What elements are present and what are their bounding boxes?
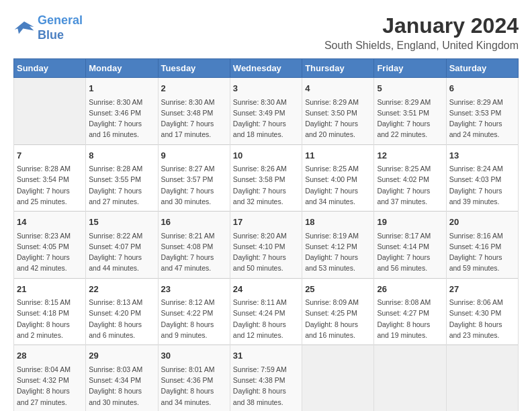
day-info: Sunrise: 8:24 AMSunset: 4:03 PMDaylight:… bbox=[449, 163, 515, 207]
day-number: 4 bbox=[305, 82, 371, 95]
header-cell-thursday: Thursday bbox=[302, 59, 374, 78]
day-cell: 28Sunrise: 8:04 AMSunset: 4:32 PMDayligh… bbox=[14, 345, 86, 411]
logo-line2: Blue bbox=[38, 28, 64, 42]
day-info: Sunrise: 8:20 AMSunset: 4:10 PMDaylight:… bbox=[233, 230, 299, 274]
day-cell: 31Sunrise: 7:59 AMSunset: 4:38 PMDayligh… bbox=[230, 345, 302, 411]
day-number: 17 bbox=[233, 216, 299, 229]
day-number: 24 bbox=[233, 283, 299, 296]
day-info: Sunrise: 8:25 AMSunset: 4:00 PMDaylight:… bbox=[305, 163, 371, 207]
day-info: Sunrise: 8:26 AMSunset: 3:58 PMDaylight:… bbox=[233, 163, 299, 207]
day-cell: 22Sunrise: 8:13 AMSunset: 4:20 PMDayligh… bbox=[86, 278, 158, 345]
day-info: Sunrise: 8:17 AMSunset: 4:14 PMDaylight:… bbox=[377, 230, 443, 274]
day-number: 28 bbox=[17, 349, 83, 363]
day-cell: 6Sunrise: 8:29 AMSunset: 3:53 PMDaylight… bbox=[446, 78, 518, 145]
header-cell-sunday: Sunday bbox=[14, 59, 86, 78]
day-cell bbox=[14, 78, 86, 145]
calendar-title: January 2024 bbox=[324, 13, 519, 38]
day-number: 3 bbox=[233, 82, 299, 95]
day-info: Sunrise: 8:13 AMSunset: 4:20 PMDaylight:… bbox=[89, 297, 154, 340]
title-area: January 2024 South Shields, England, Uni… bbox=[324, 13, 519, 52]
day-number: 11 bbox=[305, 149, 371, 163]
week-row-3: 21Sunrise: 8:15 AMSunset: 4:18 PMDayligh… bbox=[14, 278, 519, 345]
day-info: Sunrise: 8:28 AMSunset: 3:54 PMDaylight:… bbox=[17, 163, 83, 207]
header-cell-wednesday: Wednesday bbox=[230, 59, 302, 78]
day-cell: 5Sunrise: 8:29 AMSunset: 3:51 PMDaylight… bbox=[374, 78, 446, 145]
day-number: 16 bbox=[161, 216, 227, 229]
day-cell: 30Sunrise: 8:01 AMSunset: 4:36 PMDayligh… bbox=[158, 345, 230, 411]
day-cell: 19Sunrise: 8:17 AMSunset: 4:14 PMDayligh… bbox=[374, 212, 446, 279]
day-cell: 26Sunrise: 8:08 AMSunset: 4:27 PMDayligh… bbox=[374, 278, 446, 345]
day-info: Sunrise: 8:15 AMSunset: 4:18 PMDaylight:… bbox=[17, 297, 83, 340]
logo-line1: General bbox=[38, 13, 83, 27]
day-cell: 23Sunrise: 8:12 AMSunset: 4:22 PMDayligh… bbox=[158, 278, 230, 345]
day-number: 25 bbox=[305, 283, 371, 296]
day-number: 19 bbox=[377, 216, 443, 229]
day-info: Sunrise: 8:06 AMSunset: 4:30 PMDaylight:… bbox=[449, 297, 515, 340]
day-cell: 11Sunrise: 8:25 AMSunset: 4:00 PMDayligh… bbox=[302, 144, 374, 212]
logo-icon bbox=[13, 19, 35, 38]
day-info: Sunrise: 8:30 AMSunset: 3:48 PMDaylight:… bbox=[161, 97, 227, 140]
day-cell: 20Sunrise: 8:16 AMSunset: 4:16 PMDayligh… bbox=[446, 212, 518, 279]
day-info: Sunrise: 8:30 AMSunset: 3:46 PMDaylight:… bbox=[89, 97, 154, 140]
day-number: 14 bbox=[17, 216, 83, 229]
day-number: 2 bbox=[161, 82, 227, 95]
day-number: 27 bbox=[449, 283, 515, 296]
day-cell: 16Sunrise: 8:21 AMSunset: 4:08 PMDayligh… bbox=[158, 212, 230, 279]
day-cell bbox=[446, 345, 518, 411]
day-number: 9 bbox=[161, 149, 227, 163]
day-cell: 21Sunrise: 8:15 AMSunset: 4:18 PMDayligh… bbox=[14, 278, 86, 345]
calendar-header: SundayMondayTuesdayWednesdayThursdayFrid… bbox=[14, 59, 519, 78]
logo: General Blue bbox=[13, 13, 83, 42]
day-info: Sunrise: 8:19 AMSunset: 4:12 PMDaylight:… bbox=[305, 230, 371, 274]
day-cell bbox=[302, 345, 374, 411]
day-number: 5 bbox=[377, 82, 443, 95]
day-info: Sunrise: 8:04 AMSunset: 4:32 PMDaylight:… bbox=[17, 364, 83, 408]
day-number: 15 bbox=[89, 216, 154, 229]
day-number: 26 bbox=[377, 283, 443, 296]
calendar-table: SundayMondayTuesdayWednesdayThursdayFrid… bbox=[13, 58, 519, 411]
day-info: Sunrise: 8:29 AMSunset: 3:50 PMDaylight:… bbox=[305, 97, 371, 140]
week-row-0: 1Sunrise: 8:30 AMSunset: 3:46 PMDaylight… bbox=[14, 78, 519, 145]
day-cell: 25Sunrise: 8:09 AMSunset: 4:25 PMDayligh… bbox=[302, 278, 374, 345]
day-cell: 1Sunrise: 8:30 AMSunset: 3:46 PMDaylight… bbox=[86, 78, 158, 145]
day-number: 29 bbox=[89, 349, 154, 363]
day-cell: 10Sunrise: 8:26 AMSunset: 3:58 PMDayligh… bbox=[230, 144, 302, 212]
day-cell: 3Sunrise: 8:30 AMSunset: 3:49 PMDaylight… bbox=[230, 78, 302, 145]
day-info: Sunrise: 8:23 AMSunset: 4:05 PMDaylight:… bbox=[17, 230, 83, 274]
day-number: 31 bbox=[233, 349, 299, 363]
day-cell: 29Sunrise: 8:03 AMSunset: 4:34 PMDayligh… bbox=[86, 345, 158, 411]
header-row: SundayMondayTuesdayWednesdayThursdayFrid… bbox=[14, 59, 519, 78]
day-number: 20 bbox=[449, 216, 515, 229]
day-number: 8 bbox=[89, 149, 154, 163]
day-info: Sunrise: 8:28 AMSunset: 3:55 PMDaylight:… bbox=[89, 163, 154, 207]
header-cell-friday: Friday bbox=[374, 59, 446, 78]
week-row-1: 7Sunrise: 8:28 AMSunset: 3:54 PMDaylight… bbox=[14, 144, 519, 212]
day-cell: 4Sunrise: 8:29 AMSunset: 3:50 PMDaylight… bbox=[302, 78, 374, 145]
day-cell: 18Sunrise: 8:19 AMSunset: 4:12 PMDayligh… bbox=[302, 212, 374, 279]
day-cell: 27Sunrise: 8:06 AMSunset: 4:30 PMDayligh… bbox=[446, 278, 518, 345]
day-number: 23 bbox=[161, 283, 227, 296]
day-cell: 15Sunrise: 8:22 AMSunset: 4:07 PMDayligh… bbox=[86, 212, 158, 279]
day-number: 13 bbox=[449, 149, 515, 163]
calendar-subtitle: South Shields, England, United Kingdom bbox=[324, 40, 519, 52]
day-cell: 9Sunrise: 8:27 AMSunset: 3:57 PMDaylight… bbox=[158, 144, 230, 212]
header-cell-monday: Monday bbox=[86, 59, 158, 78]
day-number: 7 bbox=[17, 149, 83, 163]
day-number: 18 bbox=[305, 216, 371, 229]
week-row-4: 28Sunrise: 8:04 AMSunset: 4:32 PMDayligh… bbox=[14, 345, 519, 411]
day-cell: 7Sunrise: 8:28 AMSunset: 3:54 PMDaylight… bbox=[14, 144, 86, 212]
day-info: Sunrise: 8:09 AMSunset: 4:25 PMDaylight:… bbox=[305, 297, 371, 340]
day-info: Sunrise: 8:25 AMSunset: 4:02 PMDaylight:… bbox=[377, 163, 443, 207]
day-info: Sunrise: 8:03 AMSunset: 4:34 PMDaylight:… bbox=[89, 364, 154, 408]
day-info: Sunrise: 8:27 AMSunset: 3:57 PMDaylight:… bbox=[161, 163, 227, 207]
header-cell-saturday: Saturday bbox=[446, 59, 518, 78]
day-info: Sunrise: 7:59 AMSunset: 4:38 PMDaylight:… bbox=[233, 364, 299, 408]
day-number: 30 bbox=[161, 349, 227, 363]
week-row-2: 14Sunrise: 8:23 AMSunset: 4:05 PMDayligh… bbox=[14, 212, 519, 279]
day-number: 22 bbox=[89, 283, 154, 296]
day-info: Sunrise: 8:12 AMSunset: 4:22 PMDaylight:… bbox=[161, 297, 227, 340]
day-info: Sunrise: 8:30 AMSunset: 3:49 PMDaylight:… bbox=[233, 97, 299, 140]
day-cell: 24Sunrise: 8:11 AMSunset: 4:24 PMDayligh… bbox=[230, 278, 302, 345]
svg-marker-0 bbox=[15, 21, 34, 34]
day-info: Sunrise: 8:08 AMSunset: 4:27 PMDaylight:… bbox=[377, 297, 443, 340]
